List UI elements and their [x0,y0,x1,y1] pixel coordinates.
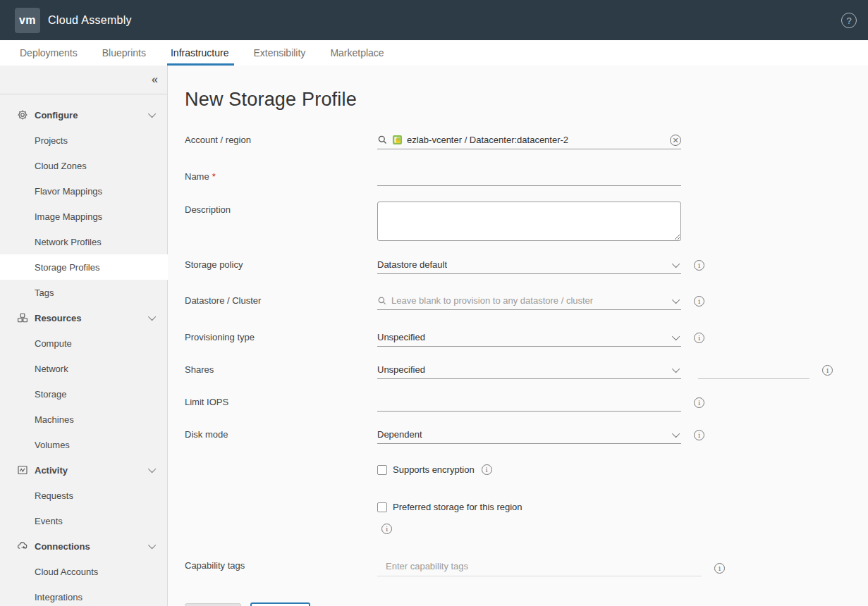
sidebar-item-cloud-zones[interactable]: Cloud Zones [0,153,167,178]
blocks-icon [17,312,28,323]
account-region-label: Account / region [185,131,377,149]
secondary-button[interactable] [185,603,241,606]
sidebar-item-machines[interactable]: Machines [0,407,167,432]
name-input[interactable] [377,168,681,186]
section-label: Configure [35,110,78,120]
sidebar-divider [0,94,167,94]
sidebar-item-network-profiles[interactable]: Network Profiles [0,229,167,254]
datastore-cluster-info-icon[interactable]: i [694,296,704,307]
capability-tags-label: Capability tags [185,557,377,575]
sidebar-item-compute[interactable]: Compute [0,330,167,356]
chevron-down-icon [672,260,680,268]
section-label: Resources [35,313,81,323]
supports-encryption-row: Supports encryption i [377,464,492,475]
vmware-logo-text: vm [19,14,36,27]
collapse-sidebar-icon[interactable]: « [152,74,158,85]
name-label: Name* [185,168,377,186]
shares-label: Shares [185,361,377,379]
chevron-down-icon [672,430,680,438]
limit-iops-info-icon[interactable]: i [694,397,704,408]
capability-tags-input[interactable] [377,557,702,576]
chevron-down-icon [672,333,680,340]
shares-custom-input[interactable] [698,361,809,379]
description-label: Description [185,204,377,216]
search-icon [377,296,387,306]
section-label: Connections [35,541,90,552]
preferred-storage-row: Preferred storage for this region [377,502,522,512]
tab-extensibility[interactable]: Extensibility [252,40,307,66]
product-title: Cloud Assembly [48,14,132,27]
sidebar-item-image-mappings[interactable]: Image Mappings [0,204,167,229]
chevron-down-icon [672,365,680,373]
sidebar-item-requests[interactable]: Requests [0,483,167,508]
datastore-cluster-label: Datastore / Cluster [185,292,377,310]
provisioning-type-select[interactable]: Unspecified [377,328,681,347]
sidebar-section-activity[interactable]: Activity [0,457,167,483]
provisioning-type-label: Provisioning type [185,328,377,347]
app-header: vm Cloud Assembly ? [0,0,868,40]
preferred-storage-checkbox[interactable] [377,502,387,512]
sidebar-item-network[interactable]: Network [0,356,167,381]
required-asterisk: * [212,171,216,182]
datastore-cluster-field[interactable]: Leave blank to provision to any datastor… [377,292,681,310]
sidebar-item-storage-profiles[interactable]: Storage Profiles [0,254,168,280]
chevron-down-icon [148,541,156,549]
chevron-down-icon [148,110,156,118]
sidebar-item-storage[interactable]: Storage [0,381,167,407]
vmware-logo: vm [15,8,40,33]
cloud-icon [17,540,28,552]
chevron-down-icon [148,465,156,473]
sidebar-item-flavor-mappings[interactable]: Flavor Mappings [0,178,167,204]
description-textarea[interactable] [377,202,681,241]
clear-icon[interactable]: ✕ [670,135,681,146]
chart-icon [17,464,28,476]
main-content: New Storage Profile Account / region ezl… [168,66,868,606]
sidebar-item-events[interactable]: Events [0,508,167,533]
account-region-value: ezlab-vcenter / Datacenter:datacenter-2 [407,135,568,145]
disk-mode-select[interactable]: Dependent [377,426,681,444]
sidebar-section-resources[interactable]: Resources [0,305,167,330]
tab-blueprints[interactable]: Blueprints [101,40,147,66]
sidebar-item-tags[interactable]: Tags [0,280,167,305]
account-region-field[interactable]: ezlab-vcenter / Datacenter:datacenter-2 … [377,131,681,149]
tab-marketplace[interactable]: Marketplace [329,40,385,66]
shares-select[interactable]: Unspecified [377,361,681,379]
supports-encryption-label: Supports encryption [393,464,475,475]
preferred-storage-label: Preferred storage for this region [393,502,522,512]
cloud-assembly-app: vm Cloud Assembly ? Deployments Blueprin… [0,0,868,606]
supports-encryption-checkbox[interactable] [377,465,387,475]
sidebar-item-cloud-accounts[interactable]: Cloud Accounts [0,559,167,584]
chevron-down-icon [672,296,680,304]
disk-mode-label: Disk mode [185,426,377,444]
search-icon [377,135,388,145]
capability-tags-info-icon[interactable]: i [714,563,725,574]
disk-mode-info-icon[interactable]: i [694,430,704,440]
tab-deployments[interactable]: Deployments [18,40,79,66]
sidebar-section-connections[interactable]: Connections [0,533,167,559]
help-icon[interactable]: ? [841,13,857,28]
datastore-cluster-placeholder: Leave blank to provision to any datastor… [391,295,593,306]
provisioning-type-info-icon[interactable]: i [694,333,704,343]
vsphere-icon [392,135,403,145]
sidebar: « Configure Projects Cloud Zones Flavor … [0,66,168,606]
storage-policy-info-icon[interactable]: i [694,260,704,271]
tab-infrastructure[interactable]: Infrastructure [169,40,230,66]
sidebar-item-volumes[interactable]: Volumes [0,432,167,457]
supports-encryption-info-icon[interactable]: i [482,464,492,475]
preferred-storage-info-icon[interactable]: i [381,524,392,534]
limit-iops-input[interactable] [377,393,681,412]
shares-info-icon[interactable]: i [822,365,833,376]
storage-policy-label: Storage policy [185,256,377,274]
page-title: New Storage Profile [185,89,357,111]
primary-button[interactable] [250,602,310,606]
storage-policy-select[interactable]: Datastore default [377,256,681,274]
sidebar-item-integrations[interactable]: Integrations [0,584,167,606]
main-nav: Deployments Blueprints Infrastructure Ex… [0,40,868,66]
gear-icon [17,109,28,120]
sidebar-item-projects[interactable]: Projects [0,128,167,153]
limit-iops-label: Limit IOPS [185,393,377,412]
section-label: Activity [35,465,68,476]
chevron-down-icon [148,313,156,321]
sidebar-section-configure[interactable]: Configure [0,102,167,128]
